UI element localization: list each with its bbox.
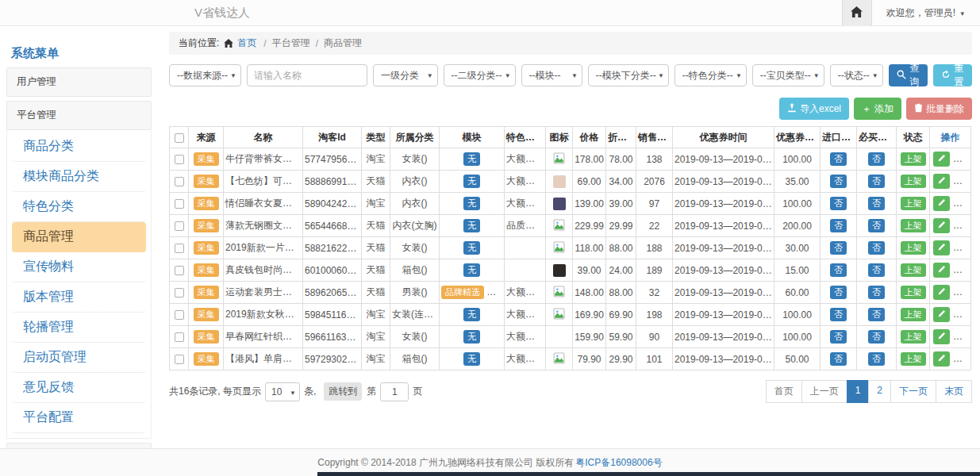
row-checkbox[interactable]: [175, 288, 184, 298]
status-badge[interactable]: 上架: [901, 152, 926, 166]
filter-select-模块下分类[interactable]: --模块下分类--▼: [588, 64, 669, 86]
must-buy-badge[interactable]: 否: [868, 175, 885, 188]
module-cell: 无: [440, 215, 505, 237]
must-buy-badge[interactable]: 否: [868, 241, 885, 255]
must-buy-badge[interactable]: 否: [868, 352, 885, 366]
page-button-2[interactable]: 2: [868, 380, 891, 403]
import-pick-badge[interactable]: 否: [830, 175, 847, 188]
user-menu[interactable]: 欢迎您，管理员! ▾: [872, 6, 980, 20]
row-checkbox[interactable]: [175, 221, 184, 231]
status-badge[interactable]: 上架: [901, 308, 926, 321]
home-button[interactable]: [842, 0, 872, 26]
coupon-time: 2019-09-13—2019-09-18: [673, 171, 774, 193]
edit-button[interactable]: [933, 218, 950, 233]
jump-page-input[interactable]: [380, 382, 409, 401]
row-checkbox[interactable]: [175, 155, 184, 164]
status-badge[interactable]: 上架: [901, 352, 926, 366]
sidebar-item-商品管理[interactable]: 商品管理: [12, 222, 146, 252]
filter-select-状态[interactable]: --状态--▼: [830, 64, 883, 86]
status-badge[interactable]: 上架: [901, 197, 926, 210]
sidebar-item-宣传物料[interactable]: 宣传物料: [12, 252, 146, 282]
import-pick-badge[interactable]: 否: [830, 308, 847, 321]
edit-button[interactable]: [933, 196, 950, 211]
import-pick-badge[interactable]: 否: [830, 241, 847, 255]
sidebar-item-拼团管理[interactable]: 拼团管理: [6, 443, 152, 448]
sidebar-item-平台配置[interactable]: 平台配置: [12, 403, 146, 433]
edit-button[interactable]: [933, 240, 950, 255]
sidebar-item-特色分类[interactable]: 特色分类: [12, 192, 146, 222]
row-actions: [930, 282, 971, 304]
sidebar-item-版本管理[interactable]: 版本管理: [12, 282, 146, 313]
breadcrumb-item: 商品管理: [324, 36, 362, 50]
must-buy-badge[interactable]: 否: [868, 308, 885, 321]
import-pick-badge[interactable]: 否: [830, 152, 847, 166]
sidebar-item-启动页管理[interactable]: 启动页管理: [12, 343, 146, 373]
page-button-下一页[interactable]: 下一页: [890, 380, 936, 403]
import-pick-badge[interactable]: 否: [830, 352, 847, 366]
status-badge[interactable]: 上架: [901, 330, 926, 344]
row-checkbox[interactable]: [175, 199, 184, 209]
status-badge[interactable]: 上架: [901, 219, 926, 232]
select-all-checkbox[interactable]: [175, 133, 184, 143]
row-checkbox[interactable]: [175, 332, 184, 342]
icon-cell: [546, 282, 573, 304]
must-buy-badge[interactable]: 否: [868, 263, 885, 277]
import-pick-badge[interactable]: 否: [830, 330, 847, 344]
batch-delete-button[interactable]: 批量删除: [906, 98, 972, 120]
icp-link[interactable]: 粤ICP备16098006号: [575, 456, 662, 470]
per-page-select[interactable]: 10 ▼: [265, 382, 300, 401]
page-button-末页[interactable]: 末页: [936, 380, 972, 403]
row-checkbox[interactable]: [175, 310, 184, 320]
edit-button[interactable]: [933, 152, 950, 167]
edit-button[interactable]: [933, 285, 950, 300]
page-button-上一页: 上一页: [801, 380, 847, 403]
coupon-amount: 60.00: [774, 282, 821, 304]
row-checkbox[interactable]: [175, 177, 184, 186]
must-buy-badge[interactable]: 否: [868, 219, 885, 232]
import-pick-badge[interactable]: 否: [830, 219, 847, 232]
edit-button[interactable]: [933, 307, 950, 322]
row-checkbox[interactable]: [175, 355, 184, 364]
row-checkbox[interactable]: [175, 244, 184, 253]
must-buy-badge[interactable]: 否: [868, 152, 885, 166]
edit-button[interactable]: [933, 263, 950, 278]
breadcrumb-home-link[interactable]: 首页: [237, 36, 256, 50]
sidebar-item-模块商品分类[interactable]: 模块商品分类: [12, 162, 146, 192]
row-checkbox[interactable]: [175, 266, 184, 275]
edit-button[interactable]: [933, 351, 950, 367]
filter-select-数据来源[interactable]: --数据来源--▼: [169, 64, 241, 86]
sidebar-item-意见反馈[interactable]: 意见反馈: [12, 373, 146, 403]
import-excel-button[interactable]: 导入excel: [779, 98, 849, 120]
add-button[interactable]: ＋ 添加: [854, 98, 901, 120]
sidebar-item-平台管理[interactable]: 平台管理: [6, 101, 152, 130]
filter-select-一级分类[interactable]: 一级分类▼: [373, 64, 438, 86]
sidebar-item-用户管理[interactable]: 用户管理: [6, 67, 152, 97]
filter-select-模块[interactable]: --模块--▼: [521, 64, 582, 86]
edit-button[interactable]: [933, 329, 950, 344]
table-row: 采集薄款无钢圈文胸聚拢性...565446685867天猫内衣(文胸)无品质优选…: [170, 215, 971, 237]
search-button[interactable]: 查询: [889, 64, 928, 86]
filter-select-宝贝类型[interactable]: --宝贝类型--▼: [752, 64, 824, 86]
status-badge[interactable]: 上架: [901, 241, 926, 255]
import-pick-badge[interactable]: 否: [830, 263, 847, 277]
filter-select-特色分类[interactable]: --特色分类--▼: [674, 64, 747, 86]
edit-button[interactable]: [933, 174, 950, 189]
must-buy-badge[interactable]: 否: [868, 286, 885, 299]
import-pick-badge[interactable]: 否: [830, 197, 847, 210]
filter-select-label: --特色分类--: [682, 69, 733, 83]
filter-select-二级分类[interactable]: --二级分类--▼: [444, 64, 516, 86]
coupon-time: 2019-09-13—2019-09-19: [673, 237, 774, 259]
name-search-input[interactable]: [247, 64, 367, 86]
action-bar: 导入excel ＋ 添加 批量删除: [169, 98, 972, 120]
must-buy-badge[interactable]: 否: [868, 197, 885, 210]
reset-button[interactable]: 重置: [933, 64, 972, 86]
status-badge[interactable]: 上架: [901, 263, 926, 277]
status-badge[interactable]: 上架: [901, 175, 926, 188]
sidebar-item-轮播管理[interactable]: 轮播管理: [12, 313, 146, 343]
import-pick-badge[interactable]: 否: [830, 286, 847, 299]
status-badge[interactable]: 上架: [901, 286, 926, 299]
jump-button[interactable]: 跳转到: [324, 382, 362, 401]
must-buy-badge[interactable]: 否: [868, 330, 885, 344]
page-button-1[interactable]: 1: [847, 380, 870, 403]
sidebar-item-商品分类[interactable]: 商品分类: [12, 132, 146, 162]
